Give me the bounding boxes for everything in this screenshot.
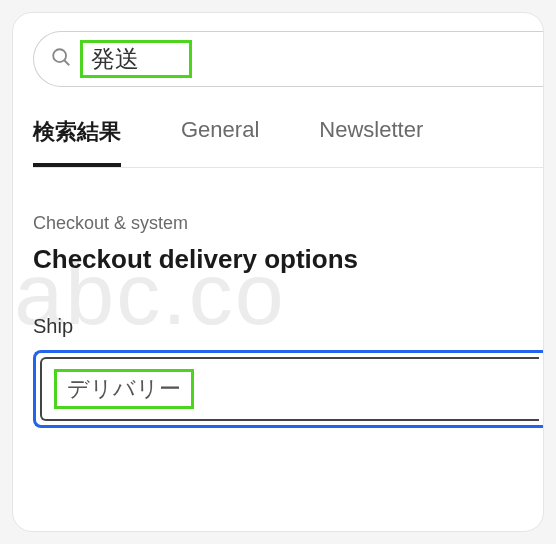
ship-input[interactable]: デリバリー <box>40 357 539 421</box>
ship-value-highlight-box: デリバリー <box>54 369 194 409</box>
tabs-bar: 検索結果 General Newsletter <box>33 117 543 168</box>
svg-point-0 <box>53 49 66 62</box>
tab-search-results[interactable]: 検索結果 <box>33 117 121 167</box>
section-category: Checkout & system <box>33 213 543 234</box>
content-area: 検索結果 General Newsletter Checkout & syste… <box>33 31 543 428</box>
tab-general[interactable]: General <box>181 117 259 167</box>
ship-input-value: デリバリー <box>67 376 181 401</box>
settings-panel: -abc.co 検索結果 General Newsletter Checkout… <box>12 12 544 532</box>
search-highlight-box <box>80 40 192 78</box>
ship-input-focus-ring: デリバリー <box>33 350 543 428</box>
search-icon <box>50 46 72 72</box>
search-input[interactable] <box>91 45 181 73</box>
tab-newsletter[interactable]: Newsletter <box>319 117 423 167</box>
field-label-ship: Ship <box>33 315 543 338</box>
search-bar[interactable] <box>33 31 543 87</box>
section-title: Checkout delivery options <box>33 244 543 275</box>
svg-line-1 <box>64 60 69 65</box>
